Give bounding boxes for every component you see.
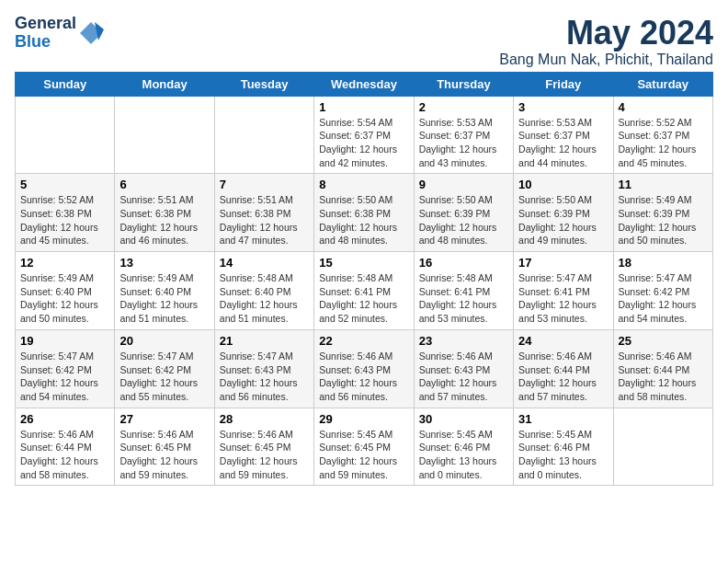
day-info: Sunrise: 5:45 AMSunset: 6:45 PMDaylight:… [319, 428, 408, 482]
day-info: Sunrise: 5:48 AMSunset: 6:40 PMDaylight:… [220, 271, 309, 326]
day-info: Sunrise: 5:46 AMSunset: 6:45 PMDaylight:… [119, 428, 209, 482]
calendar-cell: 23Sunrise: 5:46 AMSunset: 6:43 PMDayligh… [414, 329, 513, 408]
day-number: 7 [220, 178, 309, 191]
day-info: Sunrise: 5:53 AMSunset: 6:37 PMDaylight:… [419, 116, 508, 170]
day-info: Sunrise: 5:46 AMSunset: 6:43 PMDaylight:… [319, 350, 408, 404]
calendar-cell: 2Sunrise: 5:53 AMSunset: 6:37 PMDaylight… [414, 96, 513, 174]
day-info: Sunrise: 5:47 AMSunset: 6:41 PMDaylight:… [518, 271, 608, 326]
calendar-cell: 6Sunrise: 5:51 AMSunset: 6:38 PMDaylight… [115, 174, 214, 252]
day-info: Sunrise: 5:53 AMSunset: 6:37 PMDaylight:… [518, 116, 608, 170]
day-info: Sunrise: 5:45 AMSunset: 6:46 PMDaylight:… [419, 428, 508, 482]
header-friday: Friday [514, 72, 613, 96]
header-tuesday: Tuesday [214, 72, 313, 96]
day-number: 13 [119, 256, 209, 270]
day-info: Sunrise: 5:47 AMSunset: 6:42 PMDaylight:… [20, 350, 109, 404]
day-number: 8 [319, 178, 408, 191]
calendar-cell: 21Sunrise: 5:47 AMSunset: 6:43 PMDayligh… [214, 329, 313, 408]
page-header: General Blue May 2024 Bang Mun Nak, Phic… [15, 15, 713, 68]
day-number: 25 [619, 334, 708, 348]
calendar-cell [115, 96, 214, 174]
day-info: Sunrise: 5:45 AMSunset: 6:46 PMDaylight:… [518, 428, 608, 482]
calendar-cell: 10Sunrise: 5:50 AMSunset: 6:39 PMDayligh… [514, 174, 613, 252]
calendar-cell: 9Sunrise: 5:50 AMSunset: 6:39 PMDaylight… [414, 174, 513, 252]
calendar-cell: 8Sunrise: 5:50 AMSunset: 6:38 PMDaylight… [314, 174, 414, 252]
day-number: 21 [220, 334, 309, 348]
day-number: 19 [20, 334, 109, 348]
calendar-cell: 15Sunrise: 5:48 AMSunset: 6:41 PMDayligh… [314, 252, 414, 330]
day-info: Sunrise: 5:50 AMSunset: 6:39 PMDaylight:… [419, 193, 508, 247]
calendar-cell: 14Sunrise: 5:48 AMSunset: 6:40 PMDayligh… [214, 252, 313, 330]
calendar-cell: 22Sunrise: 5:46 AMSunset: 6:43 PMDayligh… [314, 329, 414, 408]
day-info: Sunrise: 5:49 AMSunset: 6:40 PMDaylight:… [119, 271, 209, 326]
day-number: 18 [619, 256, 708, 270]
day-info: Sunrise: 5:46 AMSunset: 6:44 PMDaylight:… [619, 350, 708, 404]
day-info: Sunrise: 5:49 AMSunset: 6:40 PMDaylight:… [20, 271, 109, 326]
day-number: 23 [419, 334, 508, 348]
calendar-cell: 4Sunrise: 5:52 AMSunset: 6:37 PMDaylight… [613, 96, 712, 174]
calendar-cell: 12Sunrise: 5:49 AMSunset: 6:40 PMDayligh… [16, 252, 115, 330]
calendar-week-1: 5Sunrise: 5:52 AMSunset: 6:38 PMDaylight… [16, 174, 713, 252]
day-number: 10 [518, 178, 608, 191]
calendar-week-2: 12Sunrise: 5:49 AMSunset: 6:40 PMDayligh… [16, 252, 713, 330]
day-info: Sunrise: 5:52 AMSunset: 6:37 PMDaylight:… [619, 116, 708, 170]
header-thursday: Thursday [414, 72, 513, 96]
day-info: Sunrise: 5:52 AMSunset: 6:38 PMDaylight:… [20, 193, 109, 247]
day-info: Sunrise: 5:54 AMSunset: 6:37 PMDaylight:… [319, 116, 408, 170]
day-number: 30 [419, 412, 508, 426]
calendar-cell: 17Sunrise: 5:47 AMSunset: 6:41 PMDayligh… [514, 252, 613, 330]
header-sunday: Sunday [16, 72, 115, 96]
day-number: 2 [419, 100, 508, 114]
calendar-cell: 26Sunrise: 5:46 AMSunset: 6:44 PMDayligh… [16, 408, 115, 486]
calendar-cell: 3Sunrise: 5:53 AMSunset: 6:37 PMDaylight… [514, 96, 613, 174]
calendar-cell: 20Sunrise: 5:47 AMSunset: 6:42 PMDayligh… [115, 329, 214, 408]
day-number: 28 [220, 412, 309, 426]
calendar-cell: 19Sunrise: 5:47 AMSunset: 6:42 PMDayligh… [16, 329, 115, 408]
day-info: Sunrise: 5:46 AMSunset: 6:44 PMDaylight:… [20, 428, 109, 482]
logo-icon [78, 20, 104, 46]
day-number: 27 [119, 412, 209, 426]
calendar-week-4: 26Sunrise: 5:46 AMSunset: 6:44 PMDayligh… [16, 408, 713, 486]
calendar-cell [214, 96, 313, 174]
day-number: 14 [220, 256, 309, 270]
header-monday: Monday [115, 72, 214, 96]
calendar-cell: 27Sunrise: 5:46 AMSunset: 6:45 PMDayligh… [115, 408, 214, 486]
day-number: 4 [619, 100, 708, 114]
day-number: 11 [619, 178, 708, 191]
day-info: Sunrise: 5:50 AMSunset: 6:38 PMDaylight:… [319, 193, 408, 247]
day-number: 29 [319, 412, 408, 426]
calendar-cell [16, 96, 115, 174]
calendar-week-0: 1Sunrise: 5:54 AMSunset: 6:37 PMDaylight… [16, 96, 713, 174]
title-area: May 2024 Bang Mun Nak, Phichit, Thailand [499, 15, 713, 68]
day-info: Sunrise: 5:46 AMSunset: 6:44 PMDaylight:… [518, 350, 608, 404]
day-number: 20 [119, 334, 209, 348]
day-number: 3 [518, 100, 608, 114]
header-wednesday: Wednesday [314, 72, 414, 96]
logo-general: General [15, 14, 76, 32]
day-number: 6 [119, 178, 209, 191]
calendar-cell: 24Sunrise: 5:46 AMSunset: 6:44 PMDayligh… [514, 329, 613, 408]
day-info: Sunrise: 5:50 AMSunset: 6:39 PMDaylight:… [518, 193, 608, 247]
calendar-week-3: 19Sunrise: 5:47 AMSunset: 6:42 PMDayligh… [16, 329, 713, 408]
calendar-cell: 11Sunrise: 5:49 AMSunset: 6:39 PMDayligh… [613, 174, 712, 252]
calendar-cell: 1Sunrise: 5:54 AMSunset: 6:37 PMDaylight… [314, 96, 414, 174]
day-info: Sunrise: 5:48 AMSunset: 6:41 PMDaylight:… [419, 271, 508, 326]
calendar-cell: 29Sunrise: 5:45 AMSunset: 6:45 PMDayligh… [314, 408, 414, 486]
calendar-cell [613, 408, 712, 486]
day-number: 12 [20, 256, 109, 270]
day-number: 31 [518, 412, 608, 426]
day-info: Sunrise: 5:46 AMSunset: 6:45 PMDaylight:… [220, 428, 309, 482]
calendar-title: May 2024 [499, 15, 713, 52]
calendar-subtitle: Bang Mun Nak, Phichit, Thailand [499, 52, 713, 68]
day-info: Sunrise: 5:47 AMSunset: 6:42 PMDaylight:… [119, 350, 209, 404]
header-saturday: Saturday [613, 72, 712, 96]
calendar-table: SundayMondayTuesdayWednesdayThursdayFrid… [15, 72, 713, 487]
calendar-cell: 25Sunrise: 5:46 AMSunset: 6:44 PMDayligh… [613, 329, 712, 408]
day-number: 26 [20, 412, 109, 426]
calendar-cell: 18Sunrise: 5:47 AMSunset: 6:42 PMDayligh… [613, 252, 712, 330]
day-info: Sunrise: 5:47 AMSunset: 6:43 PMDaylight:… [220, 350, 309, 404]
day-number: 17 [518, 256, 608, 270]
calendar-cell: 31Sunrise: 5:45 AMSunset: 6:46 PMDayligh… [514, 408, 613, 486]
day-number: 16 [419, 256, 508, 270]
logo: General Blue [15, 15, 104, 52]
day-info: Sunrise: 5:51 AMSunset: 6:38 PMDaylight:… [119, 193, 209, 247]
